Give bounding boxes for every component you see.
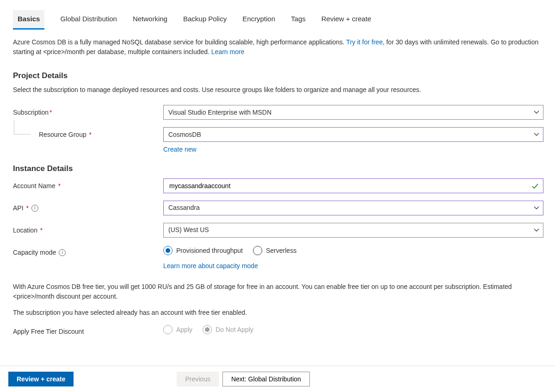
no-apply-label: Do Not Apply [216, 325, 253, 335]
account-name-input[interactable] [168, 178, 527, 193]
capacity-provisioned-radio[interactable]: Provisioned throughput [163, 246, 243, 256]
next-button[interactable]: Next: Global Distribution [222, 372, 310, 381]
resource-group-label: Resource Group * [13, 127, 163, 140]
review-create-button[interactable]: Review + create [8, 372, 74, 381]
tab-tags[interactable]: Tags [291, 10, 306, 29]
serverless-label: Serverless [266, 246, 296, 256]
tab-encryption[interactable]: Encryption [242, 10, 275, 29]
account-name-label: Account Name * [13, 178, 163, 191]
provisioned-label: Provisioned throughput [176, 246, 243, 256]
resource-group-select[interactable]: CosmosDB [163, 127, 543, 142]
capacity-serverless-radio[interactable]: Serverless [253, 246, 296, 256]
previous-button: Previous [177, 372, 218, 381]
free-tier-no-apply-radio: Do Not Apply [203, 325, 253, 335]
capacity-mode-label: Capacity mode i [13, 245, 163, 257]
instance-details-heading: Instance Details [13, 163, 543, 175]
wizard-tabs: Basics Global Distribution Networking Ba… [13, 10, 543, 29]
learn-capacity-link[interactable]: Learn more about capacity mode [163, 261, 543, 271]
info-icon[interactable]: i [59, 249, 66, 256]
subscription-select[interactable]: Visual Studio Enterprise with MSDN [163, 105, 543, 120]
tab-review-create[interactable]: Review + create [321, 10, 371, 29]
learn-more-link[interactable]: Learn more [211, 48, 245, 55]
tab-backup-policy[interactable]: Backup Policy [183, 10, 227, 29]
tab-basics[interactable]: Basics [13, 10, 44, 30]
chevron-down-icon [534, 110, 538, 115]
tab-global-distribution[interactable]: Global Distribution [60, 10, 117, 29]
info-icon[interactable]: i [31, 205, 38, 212]
chevron-down-icon [534, 133, 538, 137]
project-details-heading: Project Details [13, 70, 543, 82]
chevron-down-icon [534, 206, 538, 211]
location-select[interactable]: (US) West US [163, 223, 543, 238]
free-tier-label: Apply Free Tier Discount [13, 324, 163, 337]
subscription-label: Subscription* [13, 105, 163, 117]
free-tier-apply-radio: Apply [163, 325, 192, 335]
chevron-down-icon [534, 228, 538, 233]
try-for-free-link[interactable]: Try it for free [346, 38, 383, 46]
apply-label: Apply [176, 325, 192, 335]
subscription-value: Visual Studio Enterprise with MSDN [168, 108, 271, 117]
resource-group-value: CosmosDB [168, 130, 201, 140]
tab-networking[interactable]: Networking [133, 10, 167, 29]
location-value: (US) West US [168, 225, 209, 235]
account-name-input-wrap[interactable] [163, 178, 543, 193]
api-select[interactable]: Cassandra [163, 201, 543, 215]
api-label: API * i [13, 201, 163, 213]
wizard-footer: Review + create Previous Next: Global Di… [0, 366, 555, 381]
location-label: Location * [13, 223, 163, 235]
intro-text: Azure Cosmos DB is a fully managed NoSQL… [13, 37, 543, 57]
api-value: Cassandra [168, 203, 200, 213]
free-tier-paragraph-2: The subscription you have selected alrea… [13, 308, 536, 318]
intro-sentence: Azure Cosmos DB is a fully managed NoSQL… [13, 38, 346, 46]
checkmark-icon [531, 182, 539, 193]
project-details-subtext: Select the subscription to manage deploy… [13, 85, 543, 95]
free-tier-paragraph-1: With Azure Cosmos DB free tier, you will… [13, 282, 536, 301]
create-new-link[interactable]: Create new [163, 145, 543, 154]
